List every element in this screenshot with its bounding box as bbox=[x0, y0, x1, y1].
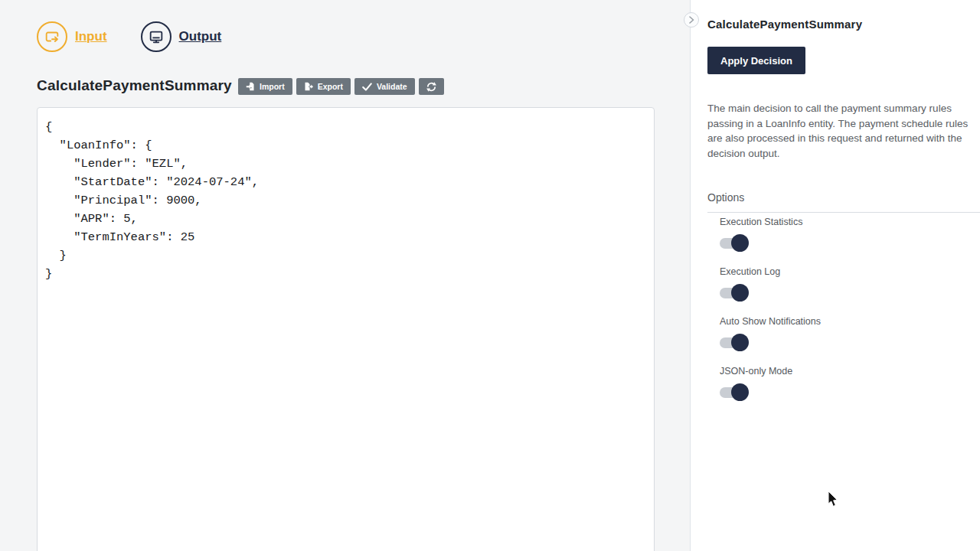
toggle-knob bbox=[731, 334, 749, 351]
tab-input-label: Input bbox=[75, 29, 107, 44]
option-execution-statistics: Execution Statistics bbox=[720, 217, 949, 252]
execution-statistics-toggle[interactable] bbox=[720, 234, 750, 252]
import-button[interactable]: Import bbox=[238, 78, 292, 95]
auto-show-notifications-toggle[interactable] bbox=[720, 334, 750, 351]
options-header: Options bbox=[707, 191, 980, 213]
editor-toolbar: Import Export Validate bbox=[238, 78, 444, 95]
check-icon bbox=[362, 83, 372, 91]
option-json-only-mode: JSON-only Mode bbox=[720, 366, 949, 401]
json-input-content[interactable]: { "LoanInfo": { "Lender": "EZL", "StartD… bbox=[38, 108, 654, 293]
execution-log-toggle[interactable] bbox=[720, 284, 750, 302]
tab-output[interactable]: Output bbox=[141, 21, 222, 52]
toggle-knob bbox=[731, 234, 749, 252]
refresh-button[interactable] bbox=[419, 78, 444, 95]
io-tabs: Input Output bbox=[37, 21, 221, 52]
mouse-cursor bbox=[828, 491, 839, 510]
toggle-knob bbox=[731, 284, 749, 302]
decision-description: The main decision to call the payment su… bbox=[707, 101, 978, 161]
json-only-mode-toggle[interactable] bbox=[720, 383, 750, 401]
toggle-knob bbox=[731, 383, 749, 401]
tab-input[interactable]: Input bbox=[37, 21, 107, 52]
json-input-editor[interactable]: { "LoanInfo": { "Lender": "EZL", "StartD… bbox=[37, 107, 655, 551]
input-workspace: Input Output CalculatePaymentSummary bbox=[0, 0, 691, 551]
decision-panel: CalculatePaymentSummary Apply Decision T… bbox=[691, 0, 980, 551]
validate-button[interactable]: Validate bbox=[354, 78, 415, 95]
file-import-icon bbox=[246, 82, 255, 91]
export-button-label: Export bbox=[318, 82, 343, 91]
refresh-icon bbox=[426, 82, 436, 92]
input-icon bbox=[37, 21, 67, 52]
import-button-label: Import bbox=[260, 82, 285, 91]
collapse-panel-button[interactable] bbox=[684, 12, 699, 28]
apply-decision-button[interactable]: Apply Decision bbox=[707, 47, 805, 74]
option-label: Auto Show Notifications bbox=[720, 316, 949, 327]
option-label: Execution Statistics bbox=[720, 217, 949, 227]
output-icon bbox=[141, 21, 172, 52]
validate-button-label: Validate bbox=[377, 82, 407, 91]
option-auto-show-notifications: Auto Show Notifications bbox=[720, 316, 949, 351]
export-button[interactable]: Export bbox=[296, 78, 351, 95]
decision-title: CalculatePaymentSummary bbox=[37, 77, 232, 94]
option-label: Execution Log bbox=[720, 266, 949, 277]
chevron-right-icon bbox=[688, 16, 694, 24]
tab-output-label: Output bbox=[179, 29, 222, 44]
panel-title: CalculatePaymentSummary bbox=[707, 18, 862, 31]
option-execution-log: Execution Log bbox=[720, 266, 949, 302]
file-export-icon bbox=[304, 82, 313, 91]
option-label: JSON-only Mode bbox=[720, 366, 949, 377]
